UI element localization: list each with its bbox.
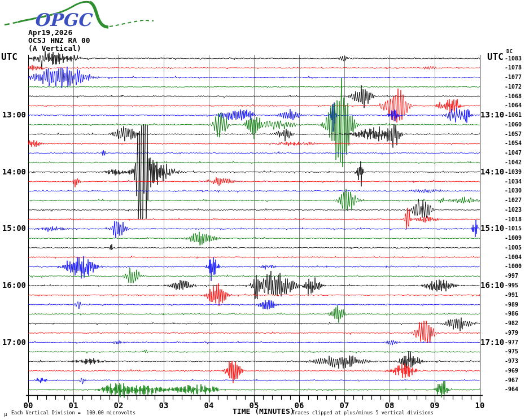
dc-value-13:50: -1042	[505, 160, 522, 166]
dc-value-17:40: -967	[505, 378, 518, 384]
logo-text: OPGC	[34, 10, 93, 30]
dc-value-16:30: -986	[505, 311, 518, 317]
dc-value-12:00: -1083	[505, 56, 522, 62]
dc-value-12:50: -1064	[505, 103, 522, 109]
dc-value-14:30: -1027	[505, 198, 522, 204]
right-axis-dc-header: DC	[506, 49, 513, 54]
dc-value-15:30: -1004	[505, 255, 522, 261]
dc-value-12:30: -1072	[505, 84, 522, 90]
dc-value-17:00: -977	[505, 340, 518, 346]
left-axis-utc-title: UTC	[1, 53, 18, 62]
dc-value-15:40: -1000	[505, 264, 522, 270]
x-tick-label-07: 07	[336, 401, 353, 410]
dc-value-14:10: -1034	[505, 179, 522, 185]
left-hour-label-14:00: 14:00	[1, 168, 26, 176]
left-hour-label-15:00: 15:00	[1, 224, 26, 233]
dc-value-15:50: -997	[505, 273, 518, 279]
x-tick-label-02: 02	[110, 401, 127, 410]
right-hour-label-14:10: 14:10	[480, 168, 506, 176]
helicorder-canvas	[0, 0, 525, 420]
dc-value-14:40: -1023	[505, 207, 522, 213]
x-tick-label-04: 04	[200, 401, 217, 410]
dc-value-13:00: -1061	[505, 112, 522, 119]
header-component: (A Vertical)	[28, 45, 81, 53]
dc-value-15:10: -1009	[505, 235, 522, 242]
footer-right-note: Traces clipped at plus/minus 5 vertical …	[292, 410, 434, 415]
dc-value-17:10: -975	[505, 349, 518, 355]
dc-value-13:10: -1060	[505, 122, 522, 128]
left-hour-label-16:00: 16:00	[1, 281, 26, 290]
dc-value-13:40: -1047	[505, 150, 522, 156]
dc-value-12:40: -1068	[505, 94, 522, 100]
dc-value-13:20: -1057	[505, 132, 522, 138]
x-tick-label-03: 03	[155, 401, 172, 410]
dc-value-12:10: -1078	[505, 65, 522, 71]
logo-curve-dash-left	[5, 22, 18, 25]
x-tick-label-01: 01	[65, 401, 82, 410]
right-hour-label-17:10: 17:10	[480, 338, 506, 347]
dc-value-16:40: -982	[505, 321, 518, 327]
seismogram-page: OPGC Apr19,2026 OCSJ HNZ RA 00 (A Vertic…	[0, 0, 525, 420]
dc-value-16:10: -991	[505, 292, 518, 299]
dc-value-16:50: -979	[505, 330, 518, 336]
x-tick-label-00: 00	[20, 401, 37, 410]
x-axis-title: TIME (MINUTES)	[233, 408, 295, 415]
logo-curve-peak	[90, 2, 108, 27]
dc-value-17:50: -964	[505, 387, 518, 393]
dc-value-17:30: -969	[505, 368, 518, 374]
dc-value-15:00: -1015	[505, 226, 522, 232]
dc-value-14:20: -1030	[505, 188, 522, 194]
right-hour-label-15:10: 15:10	[480, 224, 506, 233]
left-hour-label-13:00: 13:00	[1, 111, 26, 119]
dc-value-16:20: -989	[505, 302, 518, 308]
x-tick-label-09: 09	[426, 401, 443, 410]
x-tick-label-08: 08	[381, 401, 398, 410]
header-station: OCSJ HNZ RA 00	[28, 37, 90, 45]
right-hour-label-13:10: 13:10	[480, 111, 506, 119]
logo-curve-dash-right	[110, 20, 154, 27]
dc-value-14:50: -1018	[505, 217, 522, 223]
dc-value-17:20: -973	[505, 358, 518, 365]
left-hour-label-17:00: 17:00	[1, 338, 26, 347]
header-date: Apr19,2026	[28, 29, 72, 37]
right-axis-utc-title: UTC	[487, 53, 504, 62]
footer-left-note: Each Vertical Division = 100.00 microvol…	[11, 410, 135, 415]
footer-corner-glyph: μ	[4, 412, 7, 417]
right-hour-label-16:10: 16:10	[480, 281, 506, 290]
dc-value-12:20: -1077	[505, 75, 522, 81]
dc-value-15:20: -1005	[505, 245, 522, 251]
dc-value-13:30: -1054	[505, 141, 522, 147]
dc-value-16:00: -995	[505, 283, 518, 289]
dc-value-14:00: -1039	[505, 169, 522, 176]
x-tick-label-10: 10	[471, 401, 488, 410]
opgc-logo: OPGC	[1, 0, 170, 30]
